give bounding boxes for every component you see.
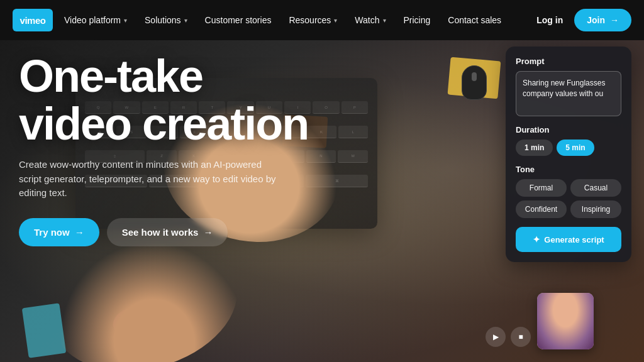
tone-inspiring-button[interactable]: Inspiring [570,200,621,218]
tone-casual-button[interactable]: Casual [570,179,621,197]
video-controls: ▶ ■ [486,327,531,347]
key: L [338,126,368,138]
nav-item-pricing[interactable]: Pricing [397,11,437,29]
chevron-down-icon: ▾ [124,17,127,24]
see-how-it-works-button[interactable]: See how it works → [107,218,228,246]
key: P [341,101,368,114]
arrow-right-icon: → [75,227,84,238]
prompt-label: Prompt [516,57,621,66]
ai-card: Prompt Sharing new Funglasses company va… [506,47,631,262]
nav-item-watch[interactable]: Watch ▾ [348,11,392,29]
try-now-label: Try now [34,227,70,238]
duration-label: Duration [516,125,621,134]
join-label: Join [587,15,605,25]
try-now-button[interactable]: Try now → [19,218,99,246]
nav-label-watch: Watch [355,15,379,25]
tone-buttons: Formal Casual Confident Inspiring [516,179,621,218]
tone-formal-button[interactable]: Formal [516,179,567,197]
nav-item-customer-stories[interactable]: Customer stories [199,11,278,29]
navbar: vimeo Video platform ▾ Solutions ▾ Custo… [0,0,644,40]
mouse-image [462,65,487,100]
play-icon: ▶ [493,332,499,341]
chevron-down-icon: ▾ [383,17,386,24]
generate-script-button[interactable]: ✦ Generate script [516,227,621,252]
duration-5min-button[interactable]: 5 min [557,140,594,156]
chevron-down-icon: ▾ [184,17,187,24]
nav-label-contact-sales: Contact sales [448,15,501,25]
stop-icon: ■ [518,332,523,341]
play-button[interactable]: ▶ [486,327,506,347]
key: M [338,150,368,163]
duration-buttons: 1 min 5 min [516,140,621,156]
arrow-right-icon: → [203,227,213,238]
nav-label-resources: Resources [289,15,331,25]
logo[interactable]: vimeo [13,9,53,31]
nav-item-contact-sales[interactable]: Contact sales [441,11,508,29]
nav-label-pricing: Pricing [404,15,431,25]
prompt-text[interactable]: Sharing new Funglasses company values wi… [516,71,621,116]
tone-confident-button[interactable]: Confident [516,200,567,218]
hero-section: Q W E R T Y U I O P A S D F G H J K L [0,40,644,362]
nav-label-video-platform: Video platform [64,15,121,25]
login-button[interactable]: Log in [528,10,572,30]
hero-subtitle: Create wow-worthy content in minutes wit… [19,158,283,200]
chevron-down-icon: ▾ [334,17,337,24]
nav-item-video-platform[interactable]: Video platform ▾ [58,11,133,29]
see-how-label: See how it works [122,227,199,238]
nav-item-solutions[interactable]: Solutions ▾ [138,11,194,29]
nav-right-actions: Log in Join → [528,9,631,31]
logo-text: vimeo [20,15,46,26]
hero-buttons: Try now → See how it works → [19,218,321,246]
tone-label: Tone [516,165,621,174]
nav-label-customer-stories: Customer stories [205,15,272,25]
mouse-scroll [472,72,477,81]
thumbnail-person [537,293,594,349]
sparkle-icon: ✦ [533,234,540,244]
generate-label: Generate script [544,235,604,244]
nav-item-resources[interactable]: Resources ▾ [282,11,343,29]
stop-button[interactable]: ■ [511,327,531,347]
duration-1min-button[interactable]: 1 min [516,140,553,156]
join-button[interactable]: Join → [574,9,631,31]
hero-title: One-take video creation [19,53,321,148]
hero-content: One-take video creation Create wow-worth… [19,53,321,246]
nav-label-solutions: Solutions [145,15,181,25]
video-thumbnail[interactable] [537,293,594,349]
arrow-right-icon: → [610,15,619,25]
